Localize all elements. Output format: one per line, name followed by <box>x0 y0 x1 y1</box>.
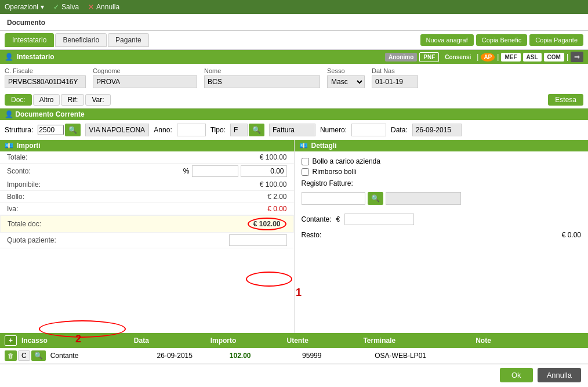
data-label: Data: <box>391 126 408 134</box>
incasso-row-importo: 102.00 <box>230 352 297 360</box>
operazioni-menu[interactable]: Operazioni ▾ <box>5 3 44 11</box>
imponibile-label: Imponibile: <box>7 180 41 189</box>
anonimo-badge[interactable]: Anonimo <box>385 53 417 62</box>
cf-input[interactable] <box>5 75 86 88</box>
col-data-header: Data <box>134 337 206 345</box>
quota-paziente-input[interactable] <box>229 234 287 246</box>
annulla-top-btn[interactable]: ✕ Annulla <box>88 3 119 11</box>
contante-input[interactable] <box>344 214 414 225</box>
contante-label: Contante: <box>302 215 332 223</box>
asl-badge[interactable]: ASL <box>523 53 542 62</box>
sconto-pct-input[interactable] <box>192 165 238 177</box>
sconto-inner: % <box>183 165 287 177</box>
arrow-right-btn[interactable]: ⇒ <box>571 52 583 62</box>
struttura-search-btn[interactable]: 🔍 <box>65 124 81 136</box>
iva-value: € 0.00 <box>241 205 287 213</box>
intestatario-bar-left: 👤 Intestatario <box>5 53 55 61</box>
sesso-label: Sesso <box>327 67 365 74</box>
totale-row: Totale: € 100.00 <box>0 151 294 164</box>
intestatario-badges: Anonimo PNF Consensi | AP | MEF ASL COM … <box>385 52 583 62</box>
col-incasso-header: Incasso <box>21 337 129 345</box>
rimborso-bolli-row: Rimborso bolli <box>302 167 582 177</box>
estesa-btn[interactable]: Estesa <box>548 94 583 106</box>
incasso-section: + Incasso Data Importo Utente Terminale … <box>0 333 588 364</box>
incasso-add-btn[interactable]: + <box>5 335 17 346</box>
com-badge[interactable]: COM <box>544 53 564 62</box>
bollo-azienda-checkbox[interactable] <box>302 158 309 165</box>
incasso-type-btn[interactable]: C <box>18 350 30 361</box>
annulla-btn[interactable]: Annulla <box>538 368 581 382</box>
dettagli-icon: 💶 <box>299 142 308 150</box>
rimborso-bolli-checkbox[interactable] <box>302 168 309 176</box>
tipo-name-input[interactable] <box>269 124 315 136</box>
sesso-select[interactable]: Masc Fem <box>327 75 365 88</box>
cf-label: C. Fiscale <box>5 67 86 74</box>
subtab-rif[interactable]: Rif: <box>61 94 84 106</box>
struttura-input[interactable] <box>38 125 64 135</box>
registro-name-input[interactable] <box>386 192 461 205</box>
dettagli-content: Bollo a carico azienda Rimborso bolli Re… <box>295 151 589 245</box>
importi-icon: 💶 <box>5 142 13 150</box>
documento-title: Documento <box>7 19 45 27</box>
consensi-badge[interactable]: Consensi <box>441 53 474 62</box>
subtab-var[interactable]: Var: <box>85 94 110 106</box>
salva-btn[interactable]: ✓ Salva <box>53 3 79 11</box>
incasso-row-data: 26-09-2015 <box>157 352 225 360</box>
registro-search-btn[interactable]: 🔍 <box>368 192 383 205</box>
ok-btn[interactable]: Ok <box>500 368 533 382</box>
mef-badge[interactable]: MEF <box>501 53 520 62</box>
tipo-label: Tipo: <box>210 126 226 134</box>
subtabs-left: Doc: Altro Rif: Var: <box>5 94 111 106</box>
action-buttons: Nuova anagraf Copia Benefic Copia Pagant… <box>420 34 583 46</box>
cross-icon: ✕ <box>88 3 94 11</box>
nome-field: Nome <box>204 67 320 88</box>
divider1: | <box>477 53 478 61</box>
registro-fatture-input[interactable] <box>302 192 365 205</box>
check-icon: ✓ <box>53 3 59 11</box>
sconto-value-input[interactable] <box>241 165 287 177</box>
cognome-input[interactable] <box>93 75 197 88</box>
iva-label: Iva: <box>7 205 18 213</box>
anno-input[interactable] <box>177 124 206 136</box>
rimborso-bolli-label: Rimborso bolli <box>313 168 357 176</box>
tipo-search-btn[interactable]: 🔍 <box>249 124 264 136</box>
subtab-altro[interactable]: Altro <box>33 94 60 106</box>
tab-pagante[interactable]: Pagante <box>108 33 149 47</box>
col-importo-header: Importo <box>210 337 282 345</box>
nome-input[interactable] <box>204 75 320 88</box>
delete-row-btn[interactable]: 🗑 <box>5 350 17 361</box>
doc-form-row: Struttura: 🔍 Anno: Tipo: 🔍 Numero: Data: <box>0 120 588 140</box>
quota-paziente-row: Quota paziente: <box>0 233 294 248</box>
quota-paziente-label: Quota paziente: <box>7 236 56 244</box>
bollo-row: Bollo: € 2.00 <box>0 191 294 203</box>
totale-doc-label: Totale doc: <box>8 220 41 228</box>
divider3: | <box>567 53 568 61</box>
totale-doc-value: € 102.00 <box>248 218 286 230</box>
main-container: Documento Intestatario Beneficiario Paga… <box>0 14 588 387</box>
copia-benefic-btn[interactable]: Copia Benefic <box>476 34 528 46</box>
pnf-badge[interactable]: PNF <box>419 52 439 62</box>
numero-input[interactable] <box>351 124 386 136</box>
struttura-field: 🔍 <box>38 124 81 136</box>
copia-pagante-btn[interactable]: Copia Pagante <box>529 34 583 46</box>
nuova-anagraf-btn[interactable]: Nuova anagraf <box>420 34 474 46</box>
incasso-row-terminale: OSA-WEB-LP01 <box>375 352 477 360</box>
imponibile-row: Imponibile: € 100.00 <box>0 179 294 191</box>
datnas-input[interactable] <box>372 75 418 88</box>
tipo-input[interactable] <box>230 124 248 136</box>
salva-label: Salva <box>61 3 79 11</box>
ap-badge[interactable]: AP <box>481 53 495 62</box>
data-input[interactable] <box>412 124 462 136</box>
tab-beneficiario[interactable]: Beneficiario <box>55 33 107 47</box>
importi-header: 💶 Importi <box>0 140 294 151</box>
struttura-label: Struttura: <box>5 126 33 134</box>
tab-intestatario[interactable]: Intestatario <box>5 33 54 47</box>
col-utente-header: Utente <box>287 337 359 345</box>
resto-label: Resto: <box>302 231 322 239</box>
intestatario-bar: 👤 Intestatario Anonimo PNF Consensi | AP… <box>0 50 588 64</box>
intestatario-title: Intestatario <box>17 53 55 61</box>
subtabs-bar: Doc: Altro Rif: Var: Estesa <box>0 92 588 108</box>
incasso-row-search-btn[interactable]: 🔍 <box>31 350 46 361</box>
struttura-name-input[interactable] <box>85 124 149 136</box>
subtab-doc[interactable]: Doc: <box>5 94 32 106</box>
